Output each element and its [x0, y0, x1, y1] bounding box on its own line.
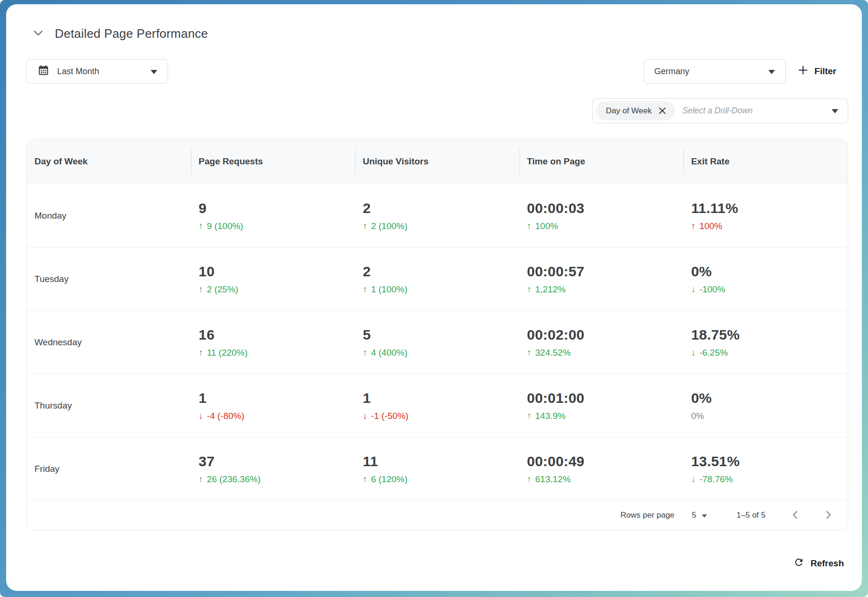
- window-frame: Detailed Page Performance Last Month Ger: [0, 0, 868, 597]
- column-header-exit-rate[interactable]: Exit Rate: [683, 139, 848, 184]
- metric-value: 1: [363, 390, 519, 406]
- metric-value: 0%: [691, 390, 848, 406]
- metric-delta: ↓ -1 (-50%): [363, 411, 519, 421]
- page-title: Detailed Page Performance: [55, 26, 208, 41]
- metric-value: 37: [199, 453, 356, 469]
- table-row[interactable]: Monday 9 ↑ 9 (100%) 2 ↑ 2 (100%) 00:00:0…: [27, 184, 848, 247]
- chevron-down-icon: [702, 511, 707, 520]
- arrow-up-icon: ↑: [527, 475, 532, 484]
- delta-text: 143.9%: [535, 411, 565, 421]
- column-header-page-requests[interactable]: Page Requests: [191, 139, 356, 184]
- add-filter-button[interactable]: Filter: [798, 59, 836, 84]
- metric-value: 2: [363, 264, 519, 280]
- metric-delta: ↑ 26 (236.36%): [199, 474, 356, 485]
- drilldown-chip[interactable]: Day of Week: [596, 101, 675, 120]
- refresh-button[interactable]: Refresh: [793, 557, 844, 570]
- metric-delta: ↑ 143.9%: [527, 411, 684, 421]
- chevron-down-icon: [151, 67, 157, 77]
- metric-value: 18.75%: [691, 327, 848, 343]
- metric-delta: ↑ 6 (120%): [363, 474, 519, 485]
- metric-value: 13.51%: [691, 453, 848, 469]
- table-body: Monday 9 ↑ 9 (100%) 2 ↑ 2 (100%) 00:00:0…: [27, 184, 848, 500]
- close-icon[interactable]: [658, 106, 667, 115]
- drilldown-select[interactable]: Day of Week Select a Drill-Down: [592, 98, 848, 123]
- arrow-up-icon: ↑: [691, 222, 696, 230]
- arrow-down-icon: ↓: [363, 411, 367, 420]
- table-row[interactable]: Friday 37 ↑ 26 (236.36%) 11 ↑ 6 (120%) 0…: [27, 437, 848, 500]
- arrow-down-icon: ↓: [199, 411, 204, 420]
- delta-text: 2 (100%): [371, 221, 408, 231]
- delta-text: -100%: [699, 284, 725, 295]
- refresh-button-label: Refresh: [810, 558, 844, 569]
- delta-text: 1,212%: [535, 284, 565, 295]
- date-range-label: Last Month: [57, 67, 99, 77]
- metric-delta: ↓ -4 (-80%): [199, 411, 356, 421]
- arrow-down-icon: ↓: [691, 475, 696, 484]
- column-header-time-on-page[interactable]: Time on Page: [519, 139, 684, 184]
- metric-cell: 0% 0%: [683, 374, 848, 437]
- next-page-button[interactable]: [824, 509, 834, 522]
- chevron-down-icon: [832, 107, 838, 115]
- metric-delta: ↑ 9 (100%): [199, 221, 356, 231]
- column-header-day-of-week[interactable]: Day of Week: [27, 139, 191, 184]
- refresh-row: Refresh: [26, 557, 848, 570]
- metric-value: 00:01:00: [527, 390, 684, 406]
- controls-row: Last Month Germany Filter: [26, 59, 848, 84]
- table-row[interactable]: Thursday 1 ↓ -4 (-80%) 1 ↓ -1 (-50%) 00:…: [27, 374, 848, 437]
- chevron-right-icon: [826, 511, 832, 520]
- metric-value: 10: [199, 264, 356, 280]
- metric-value: 0%: [691, 264, 848, 280]
- delta-text: 0%: [691, 411, 704, 421]
- metric-delta: ↑ 100%: [691, 221, 848, 231]
- chevron-down-icon: [768, 67, 775, 77]
- metric-cell: 9 ↑ 9 (100%): [191, 184, 356, 247]
- arrow-up-icon: ↑: [527, 348, 532, 357]
- arrow-up-icon: ↑: [199, 285, 204, 294]
- report-card: Detailed Page Performance Last Month Ger: [6, 4, 862, 591]
- metric-cell: 2 ↑ 2 (100%): [355, 184, 519, 247]
- delta-text: 1 (100%): [371, 284, 408, 295]
- table-pagination: Rows per page 5 1–5 of 5: [27, 500, 848, 530]
- rows-per-page-select[interactable]: 5: [692, 511, 706, 520]
- delta-text: 4 (400%): [371, 348, 408, 358]
- delta-text: 9 (100%): [207, 221, 243, 231]
- section-collapse-button[interactable]: [32, 28, 45, 39]
- metric-delta: ↑ 100%: [527, 221, 684, 231]
- metric-cell: 2 ↑ 1 (100%): [355, 247, 519, 310]
- metric-value: 11.11%: [691, 200, 848, 216]
- date-range-dropdown[interactable]: Last Month: [26, 59, 168, 84]
- drilldown-row: Day of Week Select a Drill-Down: [26, 98, 848, 123]
- day-cell: Monday: [27, 184, 191, 247]
- metric-cell: 1 ↓ -1 (-50%): [355, 374, 519, 437]
- arrow-up-icon: ↑: [527, 285, 532, 294]
- rows-per-page-value: 5: [692, 511, 696, 520]
- table-row[interactable]: Tuesday 10 ↑ 2 (25%) 2 ↑ 1 (100%) 00:00:…: [27, 247, 848, 310]
- drilldown-chip-label: Day of Week: [606, 106, 652, 116]
- delta-text: -78.76%: [699, 474, 733, 485]
- delta-text: 324.52%: [535, 348, 570, 358]
- arrow-up-icon: ↑: [363, 222, 367, 230]
- day-cell: Wednesday: [27, 311, 191, 374]
- rows-per-page-label: Rows per page: [621, 511, 674, 520]
- plus-icon: [798, 65, 808, 78]
- table-row[interactable]: Wednesday 16 ↑ 11 (220%) 5 ↑ 4 (400%) 00…: [27, 310, 848, 374]
- delta-text: -4 (-80%): [207, 411, 244, 421]
- day-cell: Thursday: [27, 374, 191, 437]
- metric-cell: 00:01:00 ↑ 143.9%: [519, 374, 684, 437]
- metric-value: 9: [199, 200, 356, 216]
- metric-delta: ↑ 4 (400%): [363, 348, 519, 358]
- metric-value: 5: [363, 327, 519, 343]
- metric-delta: ↑ 1 (100%): [363, 284, 519, 295]
- arrow-up-icon: ↑: [527, 411, 532, 420]
- delta-text: 26 (236.36%): [207, 474, 261, 485]
- delta-text: 2 (25%): [207, 284, 238, 295]
- country-filter-dropdown[interactable]: Germany: [644, 59, 786, 84]
- table-header-row: Day of Week Page Requests Unique Visitor…: [27, 139, 848, 184]
- column-header-unique-visitors[interactable]: Unique Visitors: [355, 139, 519, 184]
- delta-text: 100%: [699, 221, 723, 231]
- right-controls: Germany Filter: [644, 59, 848, 84]
- day-cell: Friday: [27, 437, 191, 500]
- metric-cell: 11 ↑ 6 (120%): [355, 437, 519, 500]
- arrow-up-icon: ↑: [363, 285, 367, 294]
- previous-page-button[interactable]: [790, 509, 800, 522]
